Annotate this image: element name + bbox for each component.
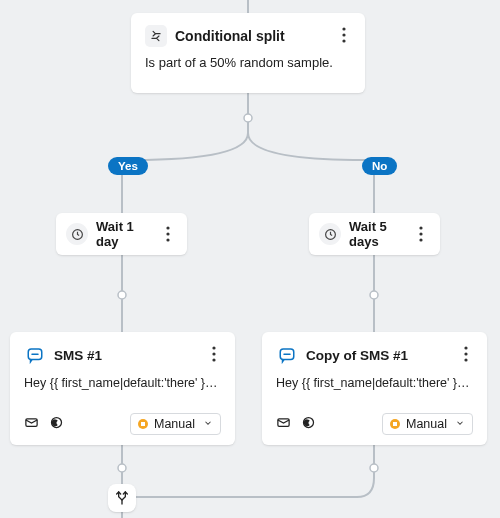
status-dot-icon — [390, 419, 400, 429]
sms-icon — [24, 344, 46, 366]
svg-point-8 — [370, 291, 378, 299]
svg-point-11 — [342, 27, 345, 30]
svg-point-7 — [118, 291, 126, 299]
send-mode-select[interactable]: Manual — [130, 413, 221, 435]
branch-label-no: No — [362, 157, 397, 175]
sms-title-no: Copy of SMS #1 — [306, 348, 408, 363]
svg-point-6 — [244, 114, 252, 122]
envelope-icon — [24, 415, 39, 434]
svg-point-29 — [464, 346, 467, 349]
sms-card-no[interactable]: Copy of SMS #1 Hey {{ first_name|default… — [262, 332, 487, 445]
merge-icon — [114, 490, 130, 506]
chevron-down-icon — [455, 417, 465, 431]
svg-point-20 — [419, 232, 422, 235]
sms-icon — [276, 344, 298, 366]
clock-icon — [66, 223, 88, 245]
svg-point-30 — [464, 352, 467, 355]
svg-point-23 — [212, 346, 215, 349]
sms-body-yes: Hey {{ first_name|default:'there' }}, it… — [24, 376, 221, 390]
conditional-split-description: Is part of a 50% random sample. — [145, 54, 351, 72]
svg-point-24 — [212, 352, 215, 355]
night-clock-icon — [301, 415, 316, 434]
svg-point-25 — [212, 358, 215, 361]
branch-icon — [145, 25, 167, 47]
svg-point-10 — [370, 464, 378, 472]
night-clock-icon — [49, 415, 64, 434]
svg-point-13 — [342, 39, 345, 42]
conditional-split-title: Conditional split — [175, 28, 285, 44]
svg-point-15 — [166, 226, 169, 229]
svg-point-9 — [118, 464, 126, 472]
wait-card-no[interactable]: Wait 5 days — [309, 213, 440, 255]
kebab-menu-button[interactable] — [205, 342, 223, 366]
chevron-down-icon — [203, 417, 213, 431]
status-dot-icon — [138, 419, 148, 429]
sms-title-yes: SMS #1 — [54, 348, 102, 363]
send-mode-label: Manual — [154, 417, 195, 431]
conditional-split-card[interactable]: Conditional split Is part of a 50% rando… — [131, 13, 365, 93]
send-mode-select[interactable]: Manual — [382, 413, 473, 435]
svg-point-12 — [342, 33, 345, 36]
wait-card-yes[interactable]: Wait 1 day — [56, 213, 187, 255]
svg-point-31 — [464, 358, 467, 361]
wait-title-yes: Wait 1 day — [96, 219, 151, 249]
send-mode-label: Manual — [406, 417, 447, 431]
svg-point-19 — [419, 226, 422, 229]
branch-label-yes: Yes — [108, 157, 148, 175]
clock-icon — [319, 223, 341, 245]
svg-point-17 — [166, 238, 169, 241]
kebab-menu-button[interactable] — [457, 342, 475, 366]
envelope-icon — [276, 415, 291, 434]
kebab-menu-button[interactable] — [335, 23, 353, 47]
kebab-menu-button[interactable] — [159, 222, 177, 246]
merge-node[interactable] — [108, 484, 136, 512]
wait-title-no: Wait 5 days — [349, 219, 404, 249]
sms-card-yes[interactable]: SMS #1 Hey {{ first_name|default:'there'… — [10, 332, 235, 445]
sms-body-no: Hey {{ first_name|default:'there' }}, it… — [276, 376, 473, 390]
svg-point-16 — [166, 232, 169, 235]
kebab-menu-button[interactable] — [412, 222, 430, 246]
svg-point-21 — [419, 238, 422, 241]
